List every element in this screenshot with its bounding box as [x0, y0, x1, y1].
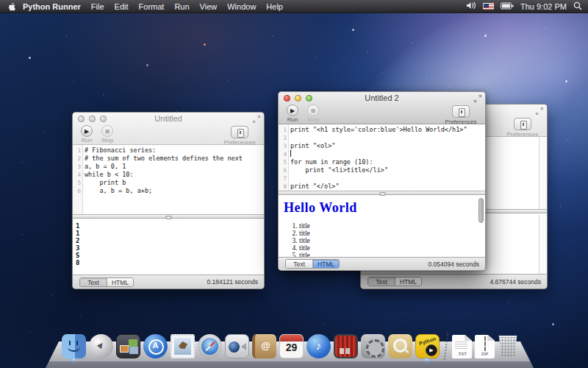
output-pane: 1 1 2 3 5 8: [73, 220, 264, 276]
battery-icon[interactable]: [501, 2, 514, 11]
dock-item-launchpad[interactable]: [89, 334, 113, 358]
list-item: title: [299, 244, 485, 252]
close-button[interactable]: [284, 95, 290, 102]
menu-app-name[interactable]: Python Runner: [23, 2, 81, 11]
stop-icon: ◼: [101, 125, 113, 137]
volume-icon[interactable]: [467, 1, 476, 11]
html-output-list: title title title title title title: [279, 222, 485, 258]
dock-item-finder[interactable]: [62, 334, 86, 358]
menu-help[interactable]: Help: [266, 2, 283, 11]
play-icon: ▶: [287, 105, 298, 116]
fullscreen-icon[interactable]: [474, 95, 481, 102]
window-untitled[interactable]: Untitled ▶ Run ◼ Stop Preferences: [72, 112, 265, 289]
calendar-day: 29: [280, 342, 303, 353]
preferences-button[interactable]: Preferences: [220, 126, 259, 146]
run-time: 4.676744 seconds: [490, 278, 541, 286]
minimize-button[interactable]: [295, 95, 301, 102]
code-editor[interactable]: 1# Fibonacci series: 2# the sum of two e…: [73, 145, 264, 214]
dock-item-mission-control[interactable]: [116, 334, 140, 358]
scrollbar-track[interactable]: [539, 215, 547, 275]
dock-item-address-book[interactable]: [252, 334, 276, 358]
output-mode-segmented-control: Text HTML: [368, 277, 422, 286]
calendar-header: [280, 335, 303, 342]
preferences-button[interactable]: Preferences: [503, 118, 542, 138]
run-time: 0.054094 seconds: [429, 261, 479, 268]
tab-html[interactable]: HTML: [107, 278, 133, 286]
dock-item-system-preferences[interactable]: [361, 334, 385, 358]
tab-text[interactable]: Text: [368, 277, 395, 286]
minimize-button[interactable]: [89, 116, 96, 122]
apple-menu-icon[interactable]: [7, 1, 17, 12]
fullscreen-icon[interactable]: [253, 116, 260, 123]
tab-html[interactable]: HTML: [312, 260, 339, 268]
output-pane: Hello World title title title title titl…: [279, 197, 485, 258]
code-editor[interactable]: 1print "<h1 style='color:blue'>Hello Wor…: [279, 124, 485, 191]
dock-item-python-runner[interactable]: Python: [415, 334, 440, 358]
preferences-button[interactable]: Preferences: [441, 105, 481, 125]
preferences-icon: [514, 118, 531, 130]
menu-window[interactable]: Window: [227, 2, 256, 11]
dock-item-facetime[interactable]: [225, 334, 249, 358]
dock-item-safari[interactable]: [198, 334, 222, 358]
menu-view[interactable]: View: [200, 2, 218, 11]
stars: [0, 13, 1, 14]
text-cursor: [290, 150, 291, 157]
scrollbar-track[interactable]: [539, 137, 547, 209]
dock-item-mail[interactable]: [171, 334, 195, 358]
menu-bar: Python Runner File Edit Format Run View …: [0, 0, 588, 13]
preferences-icon: [452, 105, 470, 118]
list-item: title: [299, 237, 485, 244]
output-mode-segmented-control: Text HTML: [79, 277, 134, 287]
dock: 29 Python .TXT ZIP: [62, 332, 518, 358]
pane-splitter[interactable]: [73, 214, 264, 219]
tab-text[interactable]: Text: [80, 278, 107, 286]
menu-run[interactable]: Run: [174, 2, 189, 11]
play-icon: ▶: [81, 125, 93, 137]
menu-file[interactable]: File: [91, 2, 104, 11]
stop-button[interactable]: ◼ Stop: [304, 105, 323, 123]
menu-clock[interactable]: Thu 9:02 PM: [520, 2, 567, 11]
spotlight-icon[interactable]: [573, 1, 582, 12]
tab-text[interactable]: Text: [286, 260, 312, 268]
menu-edit[interactable]: Edit: [115, 2, 129, 11]
pane-splitter[interactable]: [279, 191, 485, 195]
dock-item-preview[interactable]: [388, 334, 412, 358]
running-indicator-finder: [72, 358, 76, 361]
input-language-flag-icon[interactable]: [483, 3, 494, 10]
dock-item-itunes[interactable]: [306, 334, 331, 358]
dock-divider: [442, 334, 449, 358]
screen: Python Runner File Edit Format Run View …: [0, 0, 588, 368]
stop-icon: ◼: [307, 105, 319, 116]
run-time: 0.184121 seconds: [207, 278, 258, 286]
tab-html[interactable]: HTML: [395, 277, 421, 286]
window-untitled-2[interactable]: Untitled 2 ▶ Run ◼ Stop Preferences: [278, 91, 486, 271]
close-button[interactable]: [78, 116, 85, 122]
zoom-button[interactable]: [100, 116, 107, 122]
dock-item-photo-booth[interactable]: [334, 334, 358, 358]
list-item: title: [299, 222, 485, 230]
dock-item-zip-document[interactable]: ZIP: [475, 335, 495, 358]
run-button[interactable]: ▶ Run: [283, 105, 302, 123]
stop-button[interactable]: ◼ Stop: [98, 125, 117, 144]
output-mode-segmented-control: Text HTML: [285, 259, 340, 269]
html-output-heading: Hello World: [284, 200, 485, 216]
list-item: title: [299, 230, 485, 237]
text-output: 1 1 2 3 5 8: [73, 220, 264, 266]
fullscreen-icon[interactable]: [536, 107, 543, 115]
preferences-icon: [231, 126, 248, 138]
dock-item-app-store[interactable]: [143, 334, 168, 358]
scrollbar-thumb[interactable]: [478, 198, 484, 223]
dock-item-trash[interactable]: [498, 336, 518, 358]
run-button[interactable]: ▶ Run: [77, 125, 96, 144]
dock-item-ical[interactable]: 29: [279, 334, 304, 358]
menu-format[interactable]: Format: [139, 2, 165, 11]
dock-item-txt-document[interactable]: .TXT: [452, 335, 472, 358]
zoom-button[interactable]: [306, 95, 312, 102]
running-indicator-python-runner: [425, 358, 429, 361]
